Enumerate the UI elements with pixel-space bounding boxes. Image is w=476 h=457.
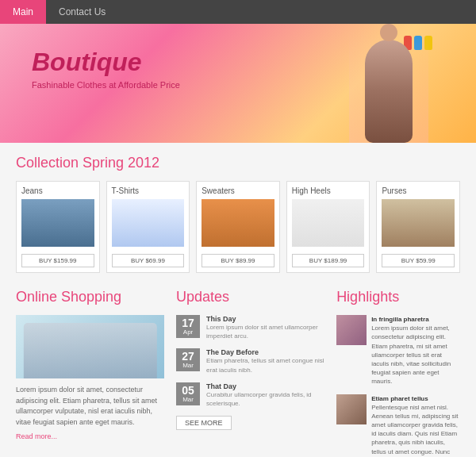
product-img-jeans [21, 199, 94, 247]
update-month-2: Mar [178, 362, 198, 369]
update-day-2: 27 [178, 351, 198, 362]
nav-contact[interactable]: Contact Us [46, 0, 118, 24]
product-label-tshirts: T-Shirts [112, 186, 185, 195]
shop-person [23, 323, 156, 378]
buy-purses-button[interactable]: BUY $59.99 [382, 254, 455, 267]
update-title-2: The Day Before [206, 348, 324, 356]
products-grid: Jeans BUY $159.99 T-Shirts BUY $69.99 Sw… [16, 181, 460, 273]
collection-section: Collection Spring 2012 Jeans BUY $159.99… [16, 155, 460, 273]
buy-sweaters-button[interactable]: BUY $89.99 [202, 254, 274, 267]
nav-main[interactable]: Main [0, 0, 46, 24]
buy-jeans-button[interactable]: BUY $159.99 [21, 254, 94, 267]
update-content-3: That Day Curabitur ullamcorper gravida f… [206, 382, 324, 408]
read-more-link[interactable]: Read more... [16, 432, 57, 440]
highlight-text-1: In fringilla pharetra Lorem ipsum dolor … [371, 315, 460, 386]
highlight-body-1: Lorem ipsum dolor sit amet, consectetur … [371, 324, 460, 386]
product-jeans: Jeans BUY $159.99 [16, 181, 100, 273]
hero-title: Boutique [32, 48, 180, 77]
product-label-jeans: Jeans [21, 186, 94, 195]
product-label-purses: Purses [382, 186, 455, 195]
hero-banner: Boutique Fashinable Clothes at Affordabl… [0, 24, 476, 143]
update-content-2: The Day Before Etiam pharetra, tellus si… [206, 348, 324, 374]
product-label-heels: High Heels [292, 186, 365, 195]
update-item-3: 05 Mar That Day Curabitur ullamcorper gr… [176, 382, 324, 408]
collection-title: Collection Spring 2012 [16, 155, 460, 171]
online-shopping-title: Online Shopping [16, 289, 164, 305]
hero-subtitle: Fashinable Clothes at Affordable Price [32, 80, 180, 90]
bottom-section: Online Shopping Lorem ipsum dolor sit am… [16, 289, 460, 457]
hero-text-block: Boutique Fashinable Clothes at Affordabl… [32, 48, 180, 90]
product-sweaters: Sweaters BUY $89.99 [196, 181, 280, 273]
highlights-col: Highlights In fringilla pharetra Lorem i… [336, 289, 460, 457]
product-img-purses [382, 199, 455, 247]
shopping-image [16, 315, 164, 378]
update-body-1: Lorem ipsum dolor sit amet ullamcorper i… [206, 323, 324, 340]
main-content: Collection Spring 2012 Jeans BUY $159.99… [0, 143, 476, 457]
update-month-3: Mar [178, 396, 198, 403]
product-tshirts: T-Shirts BUY $69.99 [106, 181, 190, 273]
updates-title: Updates [176, 289, 324, 305]
update-item-1: 17 Apr This Day Lorem ipsum dolor sit am… [176, 315, 324, 340]
update-title-3: That Day [206, 382, 324, 390]
update-day-3: 05 [178, 385, 198, 396]
buy-heels-button[interactable]: BUY $189.99 [292, 254, 365, 267]
product-purses: Purses BUY $59.99 [376, 181, 460, 273]
highlight-title-1: In fringilla pharetra [371, 316, 428, 323]
main-nav: Main Contact Us [0, 0, 476, 24]
hero-person [349, 28, 428, 143]
shopping-body: Lorem ipsum dolor sit amet, consectetur … [16, 385, 164, 428]
update-content-1: This Day Lorem ipsum dolor sit amet ulla… [206, 315, 324, 340]
product-img-heels [292, 199, 365, 247]
update-body-2: Etiam pharetra, tellus sit amet congue n… [206, 356, 324, 374]
product-img-tshirts [112, 199, 185, 247]
highlights-title: Highlights [336, 289, 460, 305]
updates-see-more-button[interactable]: SEE MORE [176, 416, 232, 430]
update-month-1: Apr [178, 328, 198, 336]
highlight-title-2: Etiam pharet tellus [371, 395, 428, 402]
highlight-text-2: Etiam pharet tellus Pellentesque nisl am… [371, 394, 460, 458]
product-label-sweaters: Sweaters [202, 186, 274, 195]
update-body-3: Curabitur ullamcorper gravida felis, id … [206, 390, 324, 408]
update-date-1: 17 Apr [176, 315, 200, 338]
online-shopping-col: Online Shopping Lorem ipsum dolor sit am… [16, 289, 164, 457]
buy-tshirts-button[interactable]: BUY $69.99 [112, 254, 185, 267]
product-heels: High Heels BUY $189.99 [286, 181, 370, 273]
update-item-2: 27 Mar The Day Before Etiam pharetra, te… [176, 348, 324, 374]
highlight-img-2 [336, 394, 367, 424]
highlight-body-2: Pellentesque nisl amet nisl. Aenean tell… [371, 403, 460, 457]
updates-col: Updates 17 Apr This Day Lorem ipsum dolo… [176, 289, 324, 457]
highlight-img-1 [336, 315, 367, 345]
highlight-item-2: Etiam pharet tellus Pellentesque nisl am… [336, 394, 460, 458]
update-day-1: 17 [178, 317, 198, 328]
person-silhouette [365, 40, 413, 143]
update-date-3: 05 Mar [176, 382, 200, 405]
update-date-2: 27 Mar [176, 348, 200, 371]
update-title-1: This Day [206, 315, 324, 323]
highlight-item-1: In fringilla pharetra Lorem ipsum dolor … [336, 315, 460, 386]
product-img-sweaters [202, 199, 274, 247]
